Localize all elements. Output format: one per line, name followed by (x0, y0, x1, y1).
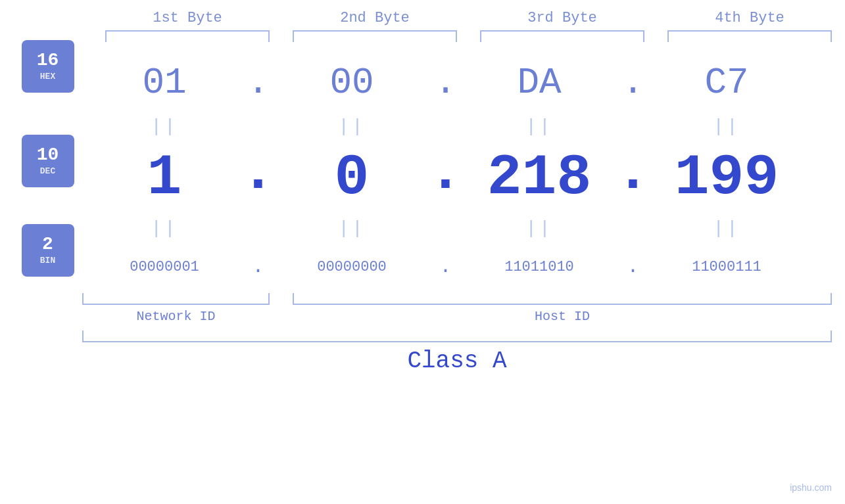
hex-dot-2: . (434, 62, 457, 104)
eq1-c4: || (644, 116, 809, 137)
hex-b4: C7 (644, 62, 809, 104)
byte3-label: 3rd Byte (480, 10, 644, 26)
host-bracket (293, 293, 832, 305)
dec-dot-2: . (434, 140, 457, 215)
dec-b4: 199 (644, 145, 809, 210)
class-label-container: Class A (82, 348, 832, 375)
equals-row-1: || || || || (82, 112, 832, 141)
eq2-c4: || (644, 218, 809, 239)
dec-b1: 1 (82, 145, 247, 210)
bin-b3: 11011010 (457, 259, 621, 275)
bin-dot-2: . (434, 256, 457, 278)
bin-b2: 00000000 (270, 259, 434, 275)
dec-b2: 0 (270, 145, 434, 210)
hex-dot-3: . (621, 62, 644, 104)
dec-dot-3: . (621, 140, 644, 215)
bin-b4: 11000111 (644, 259, 809, 275)
eq2-c2: || (270, 218, 434, 239)
hex-b3: DA (457, 62, 621, 104)
eq1-c1: || (82, 116, 247, 137)
ip-rows: 01 . 00 . DA . C7 (82, 54, 832, 375)
hex-b1: 01 (82, 62, 247, 104)
hex-badge: 16 HEX (22, 40, 74, 93)
hex-b2: 00 (270, 62, 434, 104)
hex-row: 01 . 00 . DA . C7 (82, 54, 832, 112)
byte2-label: 2nd Byte (293, 10, 457, 26)
eq1-c3: || (457, 116, 621, 137)
bin-row: 00000001 . 00000000 . 11011010 . (82, 243, 832, 290)
badges-column: 16 HEX 10 DEC 2 BIN (13, 54, 82, 375)
hex-dot-1: . (247, 62, 270, 104)
byte3-top-bracket (480, 30, 644, 42)
bin-badge: 2 BIN (22, 224, 74, 277)
byte4-top-bracket (667, 30, 832, 42)
byte1-label: 1st Byte (105, 10, 270, 26)
main-body: 16 HEX 10 DEC 2 BIN (13, 54, 832, 375)
byte1-top-bracket (105, 30, 270, 42)
watermark: ipshu.com (790, 482, 832, 494)
dec-dot-1: . (247, 140, 270, 215)
eq2-c1: || (82, 218, 247, 239)
network-id-label: Network ID (136, 309, 215, 324)
dec-row: 1 . 0 . 218 . 199 (82, 141, 832, 214)
bin-b1: 00000001 (82, 259, 247, 275)
page-layout: 1st Byte 2nd Byte 3rd Byte 4th Byte (0, 0, 845, 504)
eq2-c3: || (457, 218, 621, 239)
id-labels: Network ID Host ID (82, 309, 832, 324)
class-bracket (82, 331, 832, 342)
bottom-brackets (82, 293, 832, 305)
bin-dot-1: . (247, 256, 270, 278)
class-bracket-container (82, 331, 832, 342)
dec-badge: 10 DEC (22, 135, 74, 187)
dec-b3: 218 (457, 145, 621, 210)
network-bracket (82, 293, 270, 305)
equals-row-2: || || || || (82, 214, 832, 243)
host-id-label: Host ID (535, 309, 590, 324)
byte4-label: 4th Byte (667, 10, 832, 26)
class-label: Class A (407, 348, 506, 375)
bin-dot-3: . (621, 256, 644, 278)
eq1-c2: || (270, 116, 434, 137)
byte2-top-bracket (293, 30, 457, 42)
